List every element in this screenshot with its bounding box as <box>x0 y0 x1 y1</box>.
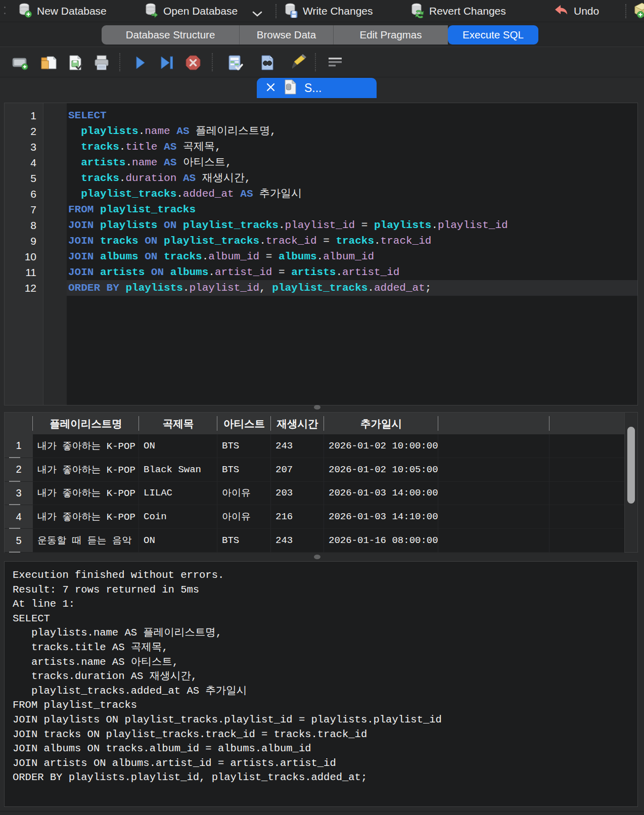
stop-icon[interactable] <box>184 54 202 72</box>
open-tab-icon[interactable] <box>11 54 29 72</box>
code-line[interactable]: JOIN tracks ON playlist_tracks.track_id … <box>67 233 637 249</box>
column-header[interactable]: 추가일시 <box>324 413 438 434</box>
close-icon[interactable] <box>265 82 276 95</box>
table-cell[interactable]: 내가 좋아하는 K-POP <box>33 458 139 481</box>
table-cell[interactable]: 내가 좋아하는 K-POP <box>33 505 139 528</box>
column-header[interactable]: 곡제목 <box>139 413 217 434</box>
table-cell[interactable]: 2026-01-02 10:05:00 <box>324 458 438 481</box>
table-cell[interactable]: 2026-01-16 08:00:00 <box>324 529 438 552</box>
table-cell[interactable] <box>549 434 624 458</box>
tab-edit-pragmas[interactable]: Edit Pragmas <box>333 25 448 44</box>
table-cell[interactable]: 내가 좋아하는 K-POP <box>33 482 139 505</box>
code-line[interactable]: artists.name AS 아티스트, <box>67 155 637 170</box>
column-header[interactable]: 플레이리스트명 <box>33 413 139 434</box>
splitter-handle[interactable] <box>314 405 320 410</box>
results-scrollbar[interactable] <box>624 413 637 552</box>
table-row[interactable]: 4내가 좋아하는 K-POPCoin아이유2162026-01-03 14:10… <box>5 505 624 529</box>
code-line[interactable]: JOIN albums ON tracks.album_id = albums.… <box>67 249 637 264</box>
code-line[interactable]: playlists.name AS 플레이리스트명, <box>67 123 637 139</box>
table-cell[interactable]: 243 <box>271 434 324 458</box>
save-sql-file-icon[interactable] <box>66 54 84 72</box>
code-line[interactable]: JOIN playlists ON playlist_tracks.playli… <box>67 217 637 233</box>
fold-margin <box>43 103 67 405</box>
open-database-button[interactable]: Open Database <box>145 0 238 22</box>
table-cell[interactable]: BTS <box>217 458 271 481</box>
column-header[interactable] <box>438 413 549 434</box>
sql-file-tab[interactable]: S... <box>257 78 377 98</box>
revert-changes-button[interactable]: Revert Changes <box>410 0 506 22</box>
undo-button[interactable]: Undo <box>554 0 599 22</box>
table-cell[interactable]: 아이유 <box>217 505 271 528</box>
log-line: Result: 7 rows returned in 5ms <box>13 583 629 598</box>
row-number[interactable]: 1 <box>5 434 33 458</box>
export-results-icon[interactable] <box>226 54 244 72</box>
code-line[interactable]: tracks.duration AS 재생시간, <box>67 170 637 186</box>
table-cell[interactable] <box>438 482 549 505</box>
table-cell[interactable] <box>438 458 549 481</box>
open-sql-file-icon[interactable] <box>39 54 58 72</box>
table-cell[interactable]: BTS <box>217 529 271 552</box>
row-number[interactable]: 4 <box>5 505 33 528</box>
column-header[interactable]: 재생시간 <box>271 413 324 434</box>
attach-database-button[interactable] <box>633 0 644 22</box>
table-cell[interactable]: BTS <box>217 434 271 458</box>
code-line[interactable]: ORDER BY playlists.playlist_id, playlist… <box>67 280 637 296</box>
splitter-handle[interactable] <box>314 555 320 559</box>
toolbar-separator <box>625 4 626 18</box>
table-cell[interactable]: 207 <box>271 458 324 481</box>
table-cell[interactable]: ON <box>139 529 217 552</box>
table-cell[interactable]: 243 <box>271 529 324 552</box>
table-cell[interactable] <box>549 505 624 528</box>
table-row[interactable]: 2내가 좋아하는 K-POPBlack SwanBTS2072026-01-02… <box>5 458 624 482</box>
table-row[interactable]: 5운동할 때 듣는 음악ONBTS2432026-01-16 08:00:00 <box>5 529 624 553</box>
table-cell[interactable]: 운동할 때 듣는 음악 <box>33 529 139 552</box>
line-number: 5 <box>5 170 43 186</box>
table-cell[interactable]: 2026-01-03 14:00:00 <box>324 482 438 505</box>
table-cell[interactable]: Black Swan <box>139 458 217 481</box>
open-database-dropdown-chevron-icon[interactable] <box>252 11 263 20</box>
tab-database-structure[interactable]: Database Structure <box>102 25 239 44</box>
row-number[interactable]: 3 <box>5 482 33 505</box>
table-cell[interactable]: Coin <box>139 505 217 528</box>
table-cell[interactable]: 아이유 <box>217 482 271 505</box>
new-database-button[interactable]: New Database <box>18 0 107 22</box>
table-cell[interactable]: 216 <box>271 505 324 528</box>
toolbar-drag-handle[interactable] <box>4 7 6 17</box>
table-cell[interactable]: LILAC <box>139 482 217 505</box>
column-header[interactable]: 아티스트 <box>217 413 271 434</box>
table-row[interactable]: 3내가 좋아하는 K-POPLILAC아이유2032026-01-03 14:0… <box>5 482 624 506</box>
code-line[interactable]: FROM playlist_tracks <box>67 202 637 217</box>
sql-editor[interactable]: 123456789101112 SELECT playlists.name AS… <box>4 103 638 405</box>
table-cell[interactable]: 203 <box>271 482 324 505</box>
table-cell[interactable]: ON <box>139 434 217 458</box>
execution-log[interactable]: Execution finished without errors.Result… <box>4 561 638 807</box>
table-cell[interactable]: 2026-01-02 10:00:00 <box>324 434 438 458</box>
code-line[interactable]: SELECT <box>67 108 637 123</box>
code-line[interactable]: tracks.title AS 곡제목, <box>67 139 637 155</box>
code-line[interactable]: playlist_tracks.added_at AS 추가일시 <box>67 186 637 202</box>
table-cell[interactable]: 내가 좋아하는 K-POP <box>33 434 139 458</box>
table-cell[interactable] <box>438 505 549 528</box>
row-number[interactable]: 5 <box>5 529 33 552</box>
table-cell[interactable]: 2026-01-03 14:10:00 <box>324 505 438 528</box>
table-row[interactable]: 1내가 좋아하는 K-POPONBTS2432026-01-02 10:00:0… <box>5 434 624 458</box>
tab-browse-data[interactable]: Browse Data <box>239 25 333 44</box>
print-icon[interactable] <box>93 54 111 72</box>
scrollbar-thumb[interactable] <box>627 427 635 504</box>
table-cell[interactable] <box>438 529 549 552</box>
execute-current-line-icon[interactable] <box>157 54 175 72</box>
table-cell[interactable] <box>549 529 624 552</box>
execute-all-icon[interactable] <box>130 54 149 72</box>
table-cell[interactable] <box>438 434 549 458</box>
row-number[interactable]: 2 <box>5 458 33 481</box>
table-cell[interactable] <box>549 482 624 505</box>
code-line[interactable]: JOIN artists ON albums.artist_id = artis… <box>67 264 637 280</box>
edit-sql-icon[interactable] <box>289 54 307 72</box>
find-in-sql-icon[interactable] <box>258 54 277 72</box>
tab-execute-sql[interactable]: Execute SQL <box>448 25 538 44</box>
sql-code-area[interactable]: SELECT playlists.name AS 플레이리스트명, tracks… <box>67 103 637 405</box>
table-cell[interactable] <box>549 458 624 481</box>
write-changes-button[interactable]: Write Changes <box>284 0 373 22</box>
column-header[interactable] <box>549 413 624 434</box>
word-wrap-icon[interactable] <box>326 54 344 72</box>
